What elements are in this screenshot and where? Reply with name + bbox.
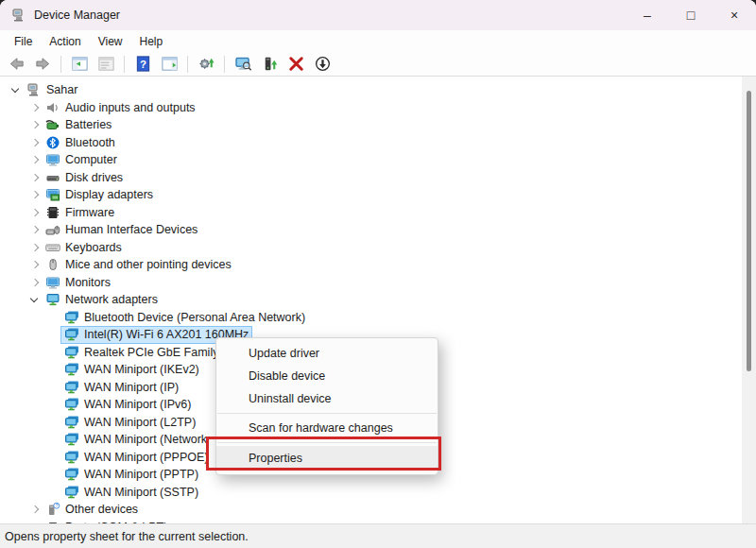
context-menu-properties[interactable]: Properties: [216, 446, 438, 471]
display-adapter-icon: [45, 187, 60, 202]
disk-icon: [45, 170, 60, 185]
scan-hardware-icon[interactable]: [231, 54, 255, 75]
network-adapter-icon: [64, 327, 79, 342]
tree-item-audio-inputs-and-outputs[interactable]: Audio inputs and outputs: [0, 99, 742, 117]
tree-item-disk-drives[interactable]: Disk drives: [0, 169, 742, 187]
chevron-right-icon[interactable]: [26, 187, 42, 202]
chevron-right-icon[interactable]: [26, 135, 42, 150]
context-menu-uninstall-device[interactable]: Uninstall device: [216, 387, 438, 410]
tree-item-computer[interactable]: Computer: [0, 151, 742, 169]
toolbar-separator: [60, 56, 61, 73]
network-icon: [45, 292, 60, 307]
back-icon[interactable]: [4, 54, 28, 75]
tree-item-content[interactable]: WAN Miniport (SSTP): [60, 483, 202, 501]
tree-item-label: WAN Miniport (L2TP): [84, 416, 196, 429]
tree-item-content[interactable]: Monitors: [42, 273, 114, 291]
toolbar-separator: [224, 56, 225, 73]
tree-item-label: Bluetooth Device (Personal Area Network): [84, 311, 305, 324]
tree-item-content[interactable]: Audio inputs and outputs: [42, 98, 199, 116]
context-menu-scan-for-hardware-changes[interactable]: Scan for hardware changes: [216, 417, 438, 439]
toolbar-separator: [187, 56, 188, 73]
chevron-right-icon[interactable]: [26, 275, 42, 290]
update-driver-icon[interactable]: [194, 54, 218, 75]
tree-item-label: Mice and other pointing devices: [65, 258, 232, 271]
close-button[interactable]: ×: [713, 0, 756, 30]
tree-item-content[interactable]: WAN Miniport (IPv6): [60, 396, 195, 414]
scrollbar-thumb[interactable]: [747, 91, 751, 371]
chevron-down-icon[interactable]: [26, 292, 42, 307]
properties-window-icon[interactable]: [94, 54, 118, 75]
tree-item-bluetooth-device-personal-area-network[interactable]: Bluetooth Device (Personal Area Network): [0, 309, 742, 327]
tree-item-keyboards[interactable]: Keyboards: [0, 239, 742, 257]
menu-action[interactable]: Action: [41, 32, 89, 51]
tree-item-label: Display adapters: [65, 188, 153, 201]
chevron-right-icon[interactable]: [26, 222, 42, 237]
chevron-placeholder: [45, 432, 60, 447]
tree-item-label: Keyboards: [65, 241, 122, 254]
menu-view[interactable]: View: [90, 32, 131, 51]
network-adapter-icon: [64, 415, 79, 430]
tree-item-human-interface-devices[interactable]: Human Interface Devices: [0, 221, 742, 239]
chevron-right-icon[interactable]: [26, 117, 42, 132]
tree-item-mice-and-other-pointing-devices[interactable]: Mice and other pointing devices: [0, 256, 742, 274]
console-tree-icon[interactable]: [67, 54, 92, 75]
chevron-placeholder: [45, 450, 60, 465]
tree-item-other-devices[interactable]: ?Other devices: [0, 501, 742, 519]
tree-item-firmware[interactable]: Firmware: [0, 204, 742, 222]
toolbar-separator: [124, 56, 125, 73]
tree-item-content[interactable]: Computer: [42, 151, 121, 169]
vertical-scrollbar[interactable]: [742, 77, 756, 524]
tree-item-network-adapters[interactable]: Network adapters: [0, 291, 742, 309]
minimize-button[interactable]: –: [626, 0, 669, 30]
tree-item-content[interactable]: Mice and other pointing devices: [42, 256, 235, 274]
help-icon[interactable]: ?: [130, 54, 155, 75]
action-pane-icon[interactable]: [157, 54, 181, 75]
context-menu-update-driver[interactable]: Update driver: [216, 342, 438, 365]
forward-icon[interactable]: [30, 54, 55, 75]
tree-item-content[interactable]: Batteries: [42, 116, 115, 134]
chevron-placeholder: [45, 485, 60, 500]
tree-item-content[interactable]: Keyboards: [42, 238, 126, 256]
chevron-right-icon[interactable]: [26, 502, 42, 517]
disable-device-icon[interactable]: [310, 54, 335, 75]
menu-file[interactable]: File: [6, 32, 41, 51]
tree-item-content[interactable]: WAN Miniport (Network: [60, 431, 211, 449]
chevron-right-icon[interactable]: [26, 240, 42, 255]
tree-item-content[interactable]: Network adapters: [42, 291, 162, 309]
tree-item-label: WAN Miniport (IP): [84, 381, 179, 394]
driver-update-icon[interactable]: [257, 54, 282, 75]
tree-item-bluetooth[interactable]: Bluetooth: [0, 134, 742, 152]
chevron-right-icon[interactable]: [26, 205, 42, 220]
tree-item-display-adapters[interactable]: Display adapters: [0, 186, 742, 204]
uninstall-x-icon[interactable]: [284, 54, 308, 75]
chevron-right-icon[interactable]: [26, 257, 42, 272]
tree-item-content[interactable]: WAN Miniport (IP): [60, 378, 182, 396]
context-menu-disable-device[interactable]: Disable device: [216, 365, 438, 387]
tree-item-sahar[interactable]: Sahar: [0, 81, 742, 99]
tree-item-content[interactable]: Bluetooth Device (Personal Area Network): [60, 308, 309, 326]
tree-item-content[interactable]: Realtek PCIe GbE Family C: [60, 343, 234, 361]
menu-help[interactable]: Help: [131, 32, 172, 51]
tree-item-content[interactable]: WAN Miniport (PPTP): [60, 466, 202, 484]
tree-item-content[interactable]: Disk drives: [42, 168, 127, 186]
tree-item-content[interactable]: Firmware: [42, 203, 118, 221]
maximize-button[interactable]: □: [669, 0, 713, 30]
chevron-down-icon[interactable]: [8, 82, 23, 97]
chevron-right-icon[interactable]: [26, 100, 42, 115]
tree-item-content[interactable]: Bluetooth: [42, 133, 119, 151]
hid-icon: [45, 222, 60, 237]
tree-item-content[interactable]: WAN Miniport (IKEv2): [60, 361, 203, 379]
tree-item-content[interactable]: ?Other devices: [42, 501, 142, 519]
tree-item-content[interactable]: Human Interface Devices: [42, 221, 201, 239]
tree-item-content[interactable]: WAN Miniport (PPPOE): [60, 448, 213, 466]
tree-item-content[interactable]: Sahar: [23, 81, 81, 99]
tree-item-content[interactable]: Display adapters: [42, 186, 157, 204]
tree-item-label: Firmware: [65, 206, 114, 219]
tree-item-label: WAN Miniport (SSTP): [84, 486, 198, 499]
tree-item-monitors[interactable]: Monitors: [0, 274, 742, 292]
chevron-right-icon[interactable]: [26, 152, 42, 167]
chevron-right-icon[interactable]: [26, 170, 42, 185]
tree-item-batteries[interactable]: Batteries: [0, 116, 742, 134]
tree-item-wan-miniport-sstp[interactable]: WAN Miniport (SSTP): [0, 484, 742, 502]
tree-item-content[interactable]: WAN Miniport (L2TP): [60, 413, 199, 431]
